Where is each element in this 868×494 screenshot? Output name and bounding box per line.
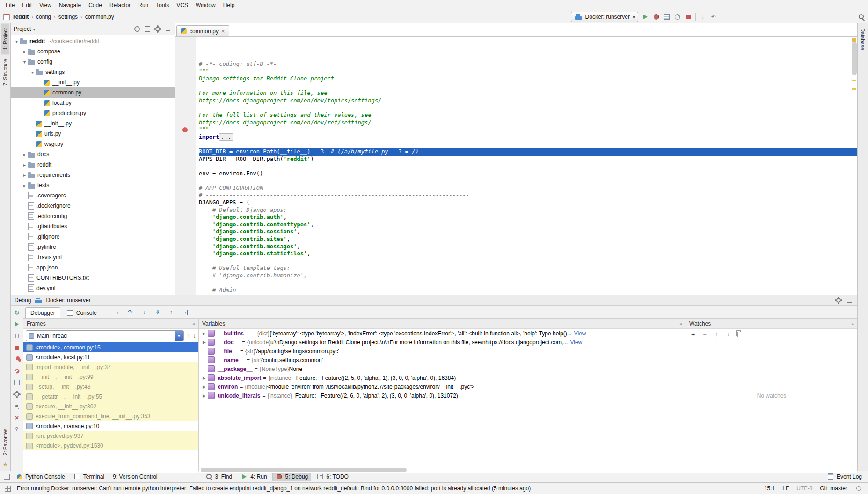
variable-row[interactable]: ▶absolute_import={instance}_Feature: _Fe…: [199, 373, 686, 382]
tree-item-docs[interactable]: ▸docs: [11, 149, 175, 160]
code-line[interactable]: # APP CONFIGURATION: [199, 185, 857, 192]
warning-stripe-mark[interactable]: [852, 80, 856, 81]
bug-button-icon[interactable]: [652, 13, 660, 21]
expand-arrow-icon[interactable]: ▶: [201, 393, 208, 398]
mute-breakpoints-button-icon[interactable]: [13, 367, 21, 375]
tree-item--gitattributes[interactable]: .gitattributes: [11, 221, 175, 232]
breadcrumb-item-reddit[interactable]: reddit: [12, 14, 29, 20]
tree-item-urls-py[interactable]: urls.py: [11, 129, 175, 139]
expand-arrow-icon[interactable]: ▶: [201, 385, 208, 389]
vcs-revert-button-icon[interactable]: [710, 13, 717, 21]
breadcrumb-item-config[interactable]: config: [35, 14, 52, 20]
tree-item--travis-yml[interactable]: .travis.yml: [11, 252, 175, 262]
expand-arrow-icon[interactable]: ▶: [201, 376, 208, 380]
code-line[interactable]: https://docs.djangoproject.com/en/dev/to…: [199, 97, 857, 105]
tree-item-dev-yml[interactable]: dev.yml: [11, 283, 175, 293]
next-frame-icon[interactable]: ↓: [193, 332, 197, 339]
warning-stripe-mark[interactable]: [852, 88, 856, 90]
coverage-button-icon[interactable]: [663, 13, 671, 21]
code-line[interactable]: 'django.contrib.sites',: [199, 236, 857, 243]
tool-window-button-python-console[interactable]: Python Console: [12, 472, 68, 481]
code-line[interactable]: # Default Django apps:: [199, 207, 857, 214]
frame-row[interactable]: <module>, common.py:15: [23, 342, 198, 352]
frame-row[interactable]: <module>, pydevd.py:1530: [23, 441, 198, 450]
add-watch-icon[interactable]: [689, 331, 697, 338]
caret-position-widget[interactable]: 15:1: [764, 485, 775, 492]
code-line[interactable]: [199, 141, 857, 148]
down-watch-icon[interactable]: [724, 331, 732, 338]
step-over-icon[interactable]: [127, 308, 134, 316]
expand-arrow-icon[interactable]: ▶: [201, 331, 208, 336]
variable-row[interactable]: ▶__builtins__={dict}{'bytearray': <type …: [199, 329, 686, 338]
settings-icon[interactable]: [154, 25, 161, 33]
pin-button-icon[interactable]: [13, 402, 21, 410]
frame-row[interactable]: <module>, manage.py:10: [23, 421, 198, 431]
frame-row[interactable]: run, pydevd.py:937: [23, 431, 198, 441]
chevron-down-icon[interactable]: [175, 331, 183, 341]
run-to-cursor-icon[interactable]: [181, 308, 189, 316]
tool-window-button-event-log[interactable]: Event Log: [824, 472, 865, 481]
code-line[interactable]: """: [199, 126, 857, 134]
menu-edit[interactable]: Edit: [18, 0, 36, 10]
code-line[interactable]: # Useful template tags:: [199, 265, 857, 272]
tree-item-production-py[interactable]: production.py: [11, 108, 175, 118]
tree-item-reddit[interactable]: ▾reddit~/cookiecutter/reddit: [11, 36, 175, 46]
tool-window-switcher-icon[interactable]: [3, 473, 10, 480]
tree-item--dockerignore[interactable]: .dockerignore: [11, 201, 175, 211]
variable-row[interactable]: ▶unicode_literals={instance}_Feature: _F…: [199, 391, 686, 400]
code-line[interactable]: env = environ.Env(): [199, 170, 857, 178]
pin-icon[interactable]: »: [851, 321, 854, 327]
tree-item-tests[interactable]: ▸tests: [11, 180, 175, 190]
expand-arrow-icon[interactable]: ▸: [22, 183, 28, 188]
status-switcher-icon[interactable]: [4, 485, 11, 492]
pause-button-icon[interactable]: [13, 332, 21, 340]
hide-icon[interactable]: [164, 25, 172, 33]
tree-item-local-py[interactable]: local.py: [11, 98, 175, 108]
expand-arrow-icon[interactable]: ▸: [22, 162, 28, 167]
variable-row[interactable]: __name__={str}'config.settings.common': [199, 356, 686, 364]
locate-icon[interactable]: [133, 25, 141, 33]
tree-item-settings[interactable]: ▾settings: [11, 67, 175, 77]
debug-tab-console[interactable]: Console: [61, 307, 102, 318]
code-line[interactable]: # Admin: [199, 287, 857, 294]
code-line[interactable]: # -*- coding: utf-8 -*-: [199, 61, 857, 68]
variable-row[interactable]: __file__={str}'/app/config/settings/comm…: [199, 347, 686, 356]
collapse-arrow-icon[interactable]: ▾: [22, 59, 28, 65]
breadcrumb-item-common-py[interactable]: common.py: [84, 14, 115, 20]
hide-tool-window-icon[interactable]: [846, 297, 853, 304]
close-tab-icon[interactable]: [221, 28, 225, 35]
code-line[interactable]: [199, 258, 857, 265]
menu-run[interactable]: Run: [134, 0, 152, 10]
tree-item-contributors-txt[interactable]: CONTRIBUTORS.txt: [11, 273, 175, 283]
tree-item-requirements[interactable]: ▸requirements: [11, 170, 175, 180]
search-everywhere-icon[interactable]: [858, 13, 865, 21]
tree-item-reddit[interactable]: ▸reddit: [11, 160, 175, 170]
previous-frame-icon[interactable]: ↑: [187, 332, 190, 339]
menu-file[interactable]: File: [2, 0, 18, 10]
help-button-icon[interactable]: [13, 426, 21, 433]
tree-item-config[interactable]: ▾config: [11, 57, 175, 67]
code-line[interactable]: [199, 104, 857, 112]
breakpoint-icon[interactable]: [182, 127, 188, 132]
menu-help[interactable]: Help: [219, 0, 239, 10]
expand-arrow-icon[interactable]: ▸: [22, 49, 28, 54]
menu-tools[interactable]: Tools: [152, 0, 173, 10]
expand-arrow-icon[interactable]: ▶: [201, 340, 208, 345]
variable-row[interactable]: __package__={NoneType}None: [199, 364, 686, 373]
expand-arrow-icon[interactable]: ▸: [22, 173, 28, 178]
frame-row[interactable]: execute, __init__.py:302: [23, 401, 198, 411]
horizontal-scrollbar-thumb[interactable]: [201, 468, 407, 472]
code-line[interactable]: [199, 177, 857, 185]
pin-icon[interactable]: »: [679, 321, 682, 327]
tree-item--gitignore[interactable]: .gitignore: [11, 232, 175, 242]
tree-item--init-py[interactable]: __init__.py: [11, 118, 175, 129]
vcs-update-button-icon[interactable]: [699, 13, 707, 21]
tool-window-button-debug[interactable]: 5: Debug: [272, 472, 312, 481]
code-line[interactable]: For more information on this file, see: [199, 90, 857, 97]
stop-button-icon[interactable]: [13, 344, 21, 351]
view-link[interactable]: View: [570, 339, 582, 346]
collapse-arrow-icon[interactable]: ▾: [14, 39, 20, 44]
chevron-down-icon[interactable]: [33, 26, 35, 32]
run-button-icon[interactable]: [642, 13, 649, 21]
frame-row[interactable]: __init__, __init__.py:99: [23, 372, 198, 382]
